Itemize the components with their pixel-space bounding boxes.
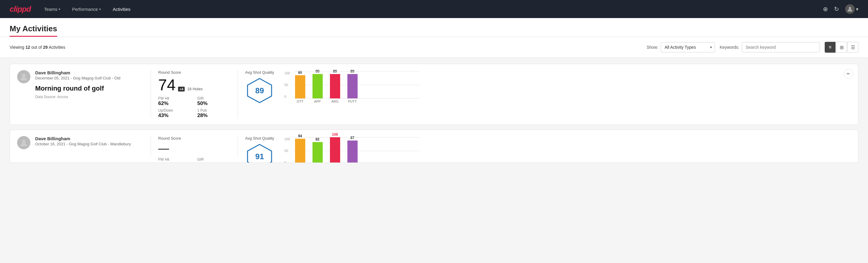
nav-activities[interactable]: Activities bbox=[112, 7, 132, 12]
gir-label: GIR bbox=[197, 96, 230, 100]
holes-text: 18 Holes bbox=[187, 87, 203, 91]
bar-ott-2: 94 bbox=[295, 134, 305, 163]
sub-stats: FW Hit 62% GIR 50% Up/Down 43% 1 Putt 28… bbox=[158, 96, 230, 119]
card-info: Dave Billingham December 05, 2021 - Gog … bbox=[35, 70, 120, 99]
svg-point-1 bbox=[22, 74, 26, 77]
putt-value-2: 87 bbox=[350, 136, 354, 140]
ott-bar-fill bbox=[295, 75, 305, 98]
user-name-2: Dave Billingham bbox=[35, 136, 131, 141]
avatar-button[interactable]: ▾ bbox=[845, 4, 858, 14]
show-filter-group: Show: All Activity Types bbox=[647, 42, 715, 52]
y-label-50: 50 bbox=[284, 83, 290, 87]
y-label-50-2: 50 bbox=[284, 149, 290, 152]
data-source: Data Source: Arccos bbox=[35, 95, 120, 99]
compact-view-button[interactable]: ☰ bbox=[847, 42, 858, 53]
fw-hit-value-2: 43% bbox=[158, 162, 191, 163]
putt-bar-fill bbox=[347, 74, 358, 98]
card-date-2: October 16, 2021 - Gog Magog Golf Club -… bbox=[35, 142, 131, 146]
refresh-icon[interactable]: ↻ bbox=[834, 5, 839, 12]
add-icon[interactable]: ⊕ bbox=[823, 5, 828, 12]
nav-teams[interactable]: Teams ▾ bbox=[43, 7, 61, 12]
svg-point-3 bbox=[22, 140, 26, 143]
list-view-button[interactable]: ≡ bbox=[825, 42, 836, 53]
nav-right: ⊕ ↻ ▾ bbox=[823, 4, 858, 14]
oneputt-stat: 1 Putt 28% bbox=[197, 108, 230, 119]
card-left: Dave Billingham December 05, 2021 - Gog … bbox=[17, 70, 144, 99]
sub-stats-2: FW Hit 43% GIR 56% bbox=[158, 157, 230, 163]
updown-label: Up/Down bbox=[158, 108, 191, 113]
viewing-count: 12 bbox=[26, 45, 30, 50]
page-title: My Activities bbox=[10, 18, 57, 37]
gir-stat-2: GIR 56% bbox=[197, 157, 230, 163]
score-big-2: — bbox=[158, 143, 169, 154]
avg-shot-quality-section: Avg Shot Quality 89 bbox=[245, 70, 274, 104]
fw-hit-label-2: FW Hit bbox=[158, 157, 191, 162]
fw-hit-stat: FW Hit 62% bbox=[158, 96, 191, 107]
card-stats-2: Round Score — FW Hit 43% GIR 56% bbox=[158, 136, 230, 163]
navbar: clippd Teams ▾ Performance ▾ Activities … bbox=[0, 0, 868, 18]
hexagon-container: 89 bbox=[245, 77, 274, 104]
putt-bar-outer-2 bbox=[347, 141, 358, 163]
ott-bar-outer bbox=[295, 75, 305, 98]
avatar-2 bbox=[17, 136, 30, 149]
y-label-100: 100 bbox=[284, 71, 290, 75]
gir-value: 50% bbox=[197, 100, 230, 107]
updown-value: 43% bbox=[158, 113, 191, 119]
performance-chevron-icon: ▾ bbox=[99, 7, 101, 11]
y-label-100-2: 100 bbox=[284, 137, 290, 141]
card-quality-2: Avg Shot Quality 91 100 50 0 bbox=[245, 136, 420, 163]
y-label-0-2: 0 bbox=[284, 161, 290, 163]
fw-hit-stat-2: FW Hit 43% bbox=[158, 157, 191, 163]
grid-view-button[interactable]: ⊞ bbox=[836, 42, 847, 53]
filter-bar: Viewing 12 out of 29 Activities Show: Al… bbox=[0, 37, 868, 58]
edit-button[interactable]: ✏ bbox=[844, 69, 853, 79]
view-toggle: ≡ ⊞ ☰ bbox=[825, 42, 858, 53]
ott-bar-outer-2 bbox=[295, 139, 305, 163]
arg-bar-outer bbox=[330, 74, 340, 98]
score-big: 74 bbox=[158, 77, 176, 93]
app-bar-fill-2 bbox=[312, 142, 323, 163]
card-stats: Round Score 74 +4 18 Holes FW Hit 62% GI… bbox=[158, 70, 230, 119]
avatar-chevron-icon: ▾ bbox=[856, 6, 858, 12]
bar-app-2: 82 bbox=[312, 137, 323, 163]
bar-chart-wrapper: 100 50 0 85 bbox=[281, 71, 420, 103]
putt-bar-fill-2 bbox=[347, 141, 358, 163]
nav-performance[interactable]: Performance ▾ bbox=[71, 7, 102, 12]
putt-label: PUTT bbox=[347, 99, 358, 103]
fw-hit-label: FW Hit bbox=[158, 96, 191, 100]
card-divider-2 bbox=[238, 70, 238, 119]
search-input[interactable] bbox=[742, 42, 820, 52]
logo: clippd bbox=[10, 4, 31, 14]
activity-type-select-wrapper: All Activity Types bbox=[661, 42, 715, 52]
bar-app: 90 bbox=[312, 69, 323, 98]
avatar bbox=[845, 4, 855, 14]
avatar bbox=[17, 70, 30, 83]
arg-value-2: 106 bbox=[332, 133, 338, 137]
card-divider-3 bbox=[151, 136, 151, 156]
card-info-2: Dave Billingham October 16, 2021 - Gog M… bbox=[35, 136, 131, 149]
quality-label-2: Avg Shot Quality bbox=[245, 136, 274, 141]
bar-putt: 89 bbox=[347, 69, 358, 98]
updown-stat: Up/Down 43% bbox=[158, 108, 191, 119]
page-header: My Activities bbox=[0, 18, 868, 37]
activity-card-2: Dave Billingham October 16, 2021 - Gog M… bbox=[10, 130, 858, 163]
ott-value-2: 94 bbox=[298, 134, 302, 138]
avg-shot-quality-section-2: Avg Shot Quality 91 bbox=[245, 136, 274, 163]
user-name: Dave Billingham bbox=[35, 70, 120, 75]
bar-chart-wrapper-2: 100 50 0 94 bbox=[281, 137, 420, 163]
arg-bar-outer-2 bbox=[330, 137, 340, 163]
y-label-0: 0 bbox=[284, 95, 290, 98]
app-label: APP bbox=[312, 99, 323, 103]
bar-arg-2: 106 bbox=[330, 133, 340, 163]
hexagon-container-2: 91 bbox=[245, 143, 274, 163]
ott-label: OTT bbox=[295, 99, 305, 103]
main-content: Dave Billingham December 05, 2021 - Gog … bbox=[0, 58, 868, 174]
oneputt-value: 28% bbox=[197, 113, 230, 119]
round-score-label: Round Score bbox=[158, 70, 230, 75]
app-bar-fill bbox=[312, 74, 323, 98]
bar-putt-2: 87 bbox=[347, 136, 358, 163]
activity-title: Morning round of golf bbox=[35, 85, 120, 92]
bar-labels-row: OTT APP ARG PUTT bbox=[295, 99, 420, 103]
activity-type-select[interactable]: All Activity Types bbox=[661, 42, 715, 52]
nav-links: Teams ▾ Performance ▾ Activities bbox=[43, 7, 811, 12]
